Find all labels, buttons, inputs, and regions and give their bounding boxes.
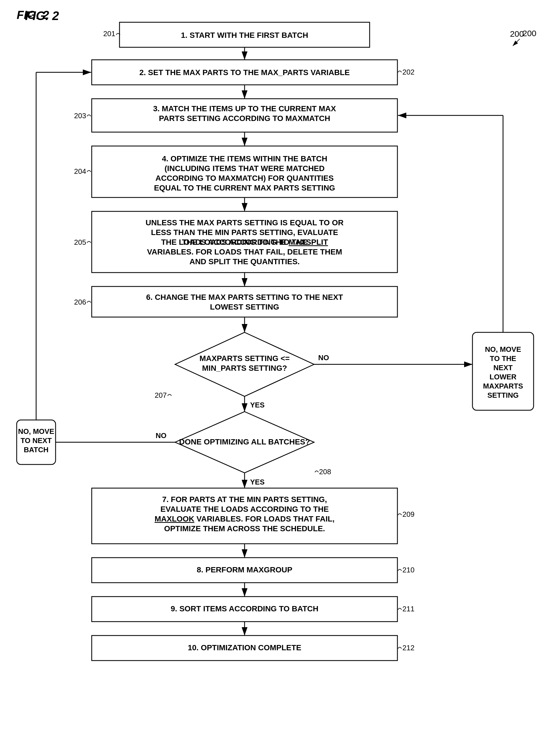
svg-text:PARTS SETTING ACCORDING TO MAX: PARTS SETTING ACCORDING TO MAXMATCH [159,114,331,123]
svg-text:10. OPTIMIZATION COMPLETE: 10. OPTIMIZATION COMPLETE [188,643,301,652]
svg-text:YES: YES [250,401,265,409]
svg-text:212: 212 [402,644,415,652]
svg-text:2. SET THE MAX PARTS TO THE MA: 2. SET THE MAX PARTS TO THE MAX_PARTS VA… [139,68,350,77]
svg-text:TO THE: TO THE [490,354,516,363]
flowchart-svg: 1. START WITH THE FIRST BATCH 201 2. SET… [0,0,560,749]
svg-text:201: 201 [104,29,115,38]
svg-text:AND SPLIT THE QUANTITIES.: AND SPLIT THE QUANTITIES. [189,257,300,266]
svg-text:OPTIMIZE THEM ACROSS THE SCHED: OPTIMIZE THEM ACROSS THE SCHEDULE. [164,524,325,533]
svg-text:LOWER: LOWER [490,373,517,381]
svg-line-88 [513,39,520,46]
svg-text:1. START WITH THE FIRST BATCH: 1. START WITH THE FIRST BATCH [181,31,308,40]
svg-text:8. PERFORM MAXGROUP: 8. PERFORM MAXGROUP [197,565,292,574]
svg-text:208: 208 [319,468,331,476]
svg-text:MAXPARTS SETTING <=: MAXPARTS SETTING <= [200,354,290,363]
svg-text:UNLESS THE MAX PARTS SETTING I: UNLESS THE MAX PARTS SETTING IS EQUAL TO… [145,218,344,227]
svg-text:MAXLOOK VARIABLES.  FOR LOADS : MAXLOOK VARIABLES. FOR LOADS THAT FAIL, [155,515,335,523]
svg-text:202: 202 [402,68,415,76]
svg-text:4. OPTIMIZE THE ITEMS WITHIN T: 4. OPTIMIZE THE ITEMS WITHIN THE BATCH [162,154,327,163]
svg-text:NO: NO [318,354,329,362]
svg-text:(INCLUDING ITEMS THAT WERE MAT: (INCLUDING ITEMS THAT WERE MATCHED [164,164,324,173]
svg-text:210: 210 [402,566,415,574]
svg-text:209: 209 [402,510,415,518]
svg-text:203: 203 [74,111,86,120]
svg-text:SETTING: SETTING [488,391,519,400]
svg-text:NEXT: NEXT [493,364,513,372]
svg-text:NO: NO [156,431,166,440]
svg-text:LESS THAN THE MIN PARTS SETTIN: LESS THAN THE MIN PARTS SETTING, EVALUAT… [151,228,338,237]
svg-text:3. MATCH THE ITEMS UP TO THE C: 3. MATCH THE ITEMS UP TO THE CURRENT MAX [153,104,336,113]
svg-text:9. SORT ITEMS ACCORDING TO BAT: 9. SORT ITEMS ACCORDING TO BATCH [171,604,318,613]
svg-text:NO, MOVE: NO, MOVE [485,345,521,354]
svg-text:FIG. 2: FIG. 2 [25,9,59,23]
svg-text:211: 211 [402,605,415,613]
svg-text:YES: YES [250,478,265,486]
svg-text:BATCH: BATCH [24,446,48,454]
svg-text:MIN_PARTS SETTING?: MIN_PARTS SETTING? [202,364,287,372]
svg-text:EQUAL TO THE CURRENT MAX PARTS: EQUAL TO THE CURRENT MAX PARTS SETTING [154,184,335,192]
svg-text:NO, MOVE: NO, MOVE [18,427,54,435]
svg-text:7. FOR PARTS AT THE MIN PARTS : 7. FOR PARTS AT THE MIN PARTS SETTING, [162,495,327,504]
svg-text:ACCORDING TO MAXMATCH) FOR QUA: ACCORDING TO MAXMATCH) FOR QUANTITIES [155,174,334,183]
svg-text:200: 200 [522,29,536,38]
svg-text:207: 207 [155,391,167,400]
svg-text:204: 204 [74,167,86,175]
svg-text:6. CHANGE THE MAX PARTS SETTIN: 6. CHANGE THE MAX PARTS SETTING TO THE N… [146,293,343,301]
svg-rect-31 [92,286,398,317]
svg-text:EVALUATE THE LOADS ACCORDING T: EVALUATE THE LOADS ACCORDING TO THE [160,505,329,513]
svg-text:DONE OPTIMIZING ALL BATCHES?: DONE OPTIMIZING ALL BATCHES? [179,437,310,446]
svg-text:TO NEXT: TO NEXT [21,436,52,445]
svg-text:205: 205 [74,238,86,247]
svg-text:VARIABLES.  FOR LOADS THAT FAI: VARIABLES. FOR LOADS THAT FAIL, DELETE T… [147,248,342,256]
svg-text:206: 206 [74,298,86,306]
svg-text:LOWEST SETTING: LOWEST SETTING [210,303,279,311]
svg-text:MAXPARTS: MAXPARTS [483,382,523,390]
svg-text:THE LOADS ACCORDING TO THE MAX: THE LOADS ACCORDING TO THE MAXSPLIT [161,238,328,247]
